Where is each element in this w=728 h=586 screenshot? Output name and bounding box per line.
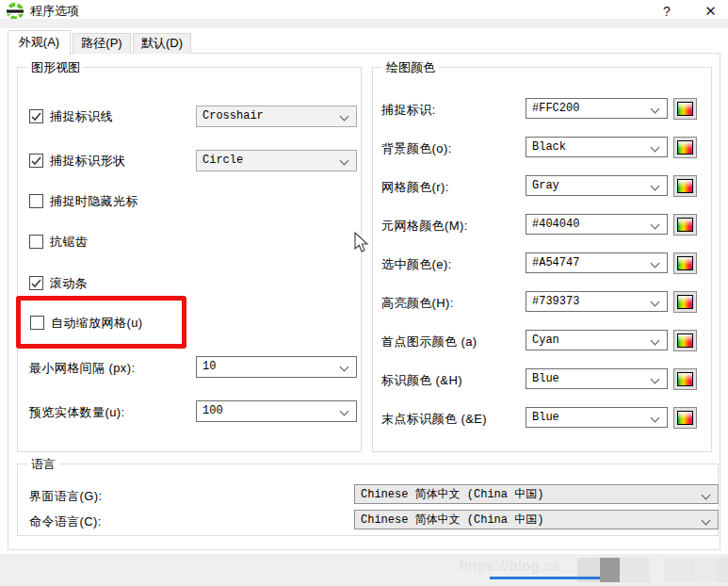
chevron-down-icon: [651, 298, 660, 307]
color-picker-button[interactable]: [673, 407, 697, 429]
dropdown-end-point-marker-color[interactable]: Blue: [526, 407, 668, 428]
rainbow-swatch-icon: [677, 411, 693, 425]
checkbox-antialias[interactable]: [29, 235, 43, 249]
window-title: 程序选项: [30, 3, 79, 20]
redaction-block: [694, 558, 718, 582]
dropdown-value: Black: [532, 140, 566, 154]
dropdown-first-point-color[interactable]: Cyan: [526, 330, 668, 350]
checkbox-hide-cursor-on-snap[interactable]: [29, 194, 43, 208]
label-scrollbars: 滚动条: [50, 275, 88, 292]
dropdown-ui-language[interactable]: Chinese 简体中文 (China 中国): [354, 484, 719, 504]
rainbow-swatch-icon: [677, 140, 693, 155]
label-grid-color: 网格颜色(r):: [381, 179, 449, 196]
dropdown-preview-entity-count[interactable]: 100: [196, 400, 357, 422]
rainbow-swatch-icon: [677, 372, 693, 386]
color-picker-button[interactable]: [673, 252, 697, 274]
rainbow-swatch-icon: [677, 295, 693, 309]
chevron-down-icon: [340, 156, 349, 166]
dropdown-value: Circle: [202, 154, 243, 167]
title-bar: 程序选项 ? ✕: [0, 0, 728, 19]
dropdown-value: #FFC200: [532, 102, 579, 115]
watermark-text: https://blog.cs: [460, 558, 561, 574]
dropdown-background-color[interactable]: Black: [526, 137, 668, 157]
check-icon: [30, 110, 42, 122]
dropdown-marker-color[interactable]: Blue: [526, 368, 668, 389]
color-picker-button[interactable]: [673, 291, 697, 313]
dropdown-snap-marker-line[interactable]: Crosshair: [196, 106, 357, 127]
label-antialias: 抗锯齿: [50, 234, 88, 251]
watermark-strip: https://blog.cs: [0, 554, 728, 586]
checkbox-scrollbars[interactable]: [29, 276, 43, 290]
label-marker-color: 标识颜色 (&H): [381, 372, 462, 389]
redaction-block: [664, 558, 694, 582]
dropdown-value: #A54747: [532, 256, 579, 269]
chevron-down-icon: [651, 182, 660, 191]
dropdown-snap-marker-color[interactable]: #FFC200: [526, 98, 668, 119]
label-preview-entity-count: 预览实体数量(u):: [29, 404, 125, 421]
chevron-down-icon: [340, 363, 349, 372]
label-snap-marker-color: 捕捉标识:: [381, 102, 436, 119]
chevron-down-icon: [651, 414, 660, 423]
group-graphics-view: 图形视图 捕捉标识线 Crosshair 捕捉标识形状 Circle 捕捉时隐藏…: [17, 67, 362, 452]
dropdown-value: 10: [202, 360, 216, 373]
watermark-blue-line: [490, 577, 600, 579]
mouse-cursor-icon: [354, 232, 370, 255]
dropdown-grid-color[interactable]: Gray: [526, 175, 668, 196]
dropdown-meta-grid-color[interactable]: #404040: [526, 214, 668, 235]
color-picker-button[interactable]: [673, 137, 697, 158]
dropdown-selection-color[interactable]: #A54747: [526, 252, 668, 273]
titlebar-divider: [0, 19, 728, 28]
group-graphics-title: 图形视图: [27, 59, 84, 76]
tab-default[interactable]: 默认(D): [133, 33, 191, 54]
redaction-block: [718, 558, 728, 582]
chevron-down-icon: [340, 407, 349, 416]
group-language-title: 语言: [27, 456, 59, 473]
label-meta-grid-color: 元网格颜色(M):: [381, 218, 468, 235]
rainbow-swatch-icon: [677, 179, 693, 193]
app-logo-icon: [6, 2, 24, 21]
chevron-down-icon: [702, 491, 711, 500]
group-drawing-colors: 绘图颜色 捕捉标识: #FFC200 背景颜色(o): Black 网格颜色(r…: [372, 67, 712, 452]
group-colors-title: 绘图颜色: [382, 59, 439, 76]
label-selection-color: 选中颜色(e):: [381, 256, 452, 273]
color-picker-button[interactable]: [673, 330, 697, 351]
dropdown-value: Gray: [532, 179, 559, 192]
chevron-down-icon: [651, 220, 660, 230]
checkbox-snap-marker-line[interactable]: [29, 109, 43, 123]
rainbow-swatch-icon: [677, 218, 693, 232]
chevron-down-icon: [651, 259, 660, 269]
dropdown-value: 100: [202, 404, 223, 417]
dropdown-min-grid-spacing[interactable]: 10: [196, 356, 357, 378]
dropdown-value: Blue: [532, 372, 559, 385]
dropdown-snap-marker-shape[interactable]: Circle: [196, 150, 357, 171]
checkbox-snap-marker-shape[interactable]: [29, 154, 43, 168]
color-picker-button[interactable]: [673, 368, 697, 390]
check-icon: [30, 277, 42, 289]
dropdown-highlight-color[interactable]: #739373: [526, 291, 668, 312]
dropdown-command-language[interactable]: Chinese 简体中文 (China 中国): [354, 510, 719, 529]
color-picker-button[interactable]: [673, 98, 697, 120]
dropdown-value: Blue: [532, 411, 559, 424]
check-icon: [30, 155, 42, 167]
label-end-point-marker-color: 末点标识颜色 (&E): [381, 411, 487, 428]
redaction-block: [620, 558, 650, 582]
rainbow-swatch-icon: [677, 256, 693, 270]
dropdown-value: Chinese 简体中文 (China 中国): [361, 513, 543, 527]
label-command-language: 命令语言(C):: [29, 513, 102, 530]
rainbow-swatch-icon: [677, 102, 693, 116]
dropdown-value: Crosshair: [202, 109, 264, 122]
chevron-down-icon: [651, 375, 660, 384]
label-first-point-color: 首点图示颜色 (a): [381, 334, 477, 350]
chevron-down-icon: [651, 336, 660, 346]
redaction-block: [600, 558, 620, 582]
rainbow-swatch-icon: [677, 334, 693, 348]
chevron-down-icon: [340, 112, 349, 122]
label-ui-language: 界面语言(G):: [29, 488, 103, 505]
color-picker-button[interactable]: [673, 175, 697, 197]
tab-path[interactable]: 路径(P): [73, 33, 131, 54]
dropdown-value: Cyan: [532, 334, 559, 347]
dropdown-value: Chinese 简体中文 (China 中国): [361, 488, 543, 501]
label-min-grid-spacing: 最小网格间隔 (px):: [29, 360, 135, 377]
tab-appearance[interactable]: 外观(A): [8, 30, 71, 55]
color-picker-button[interactable]: [673, 214, 697, 236]
